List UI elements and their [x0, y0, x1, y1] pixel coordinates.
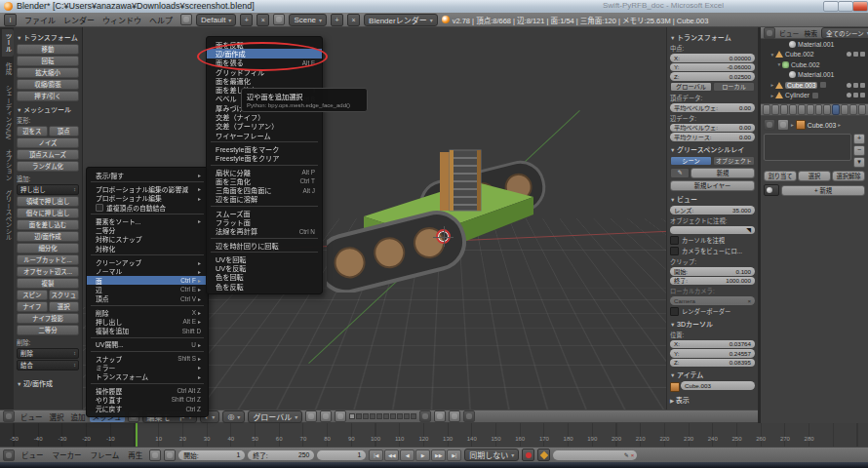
select-button[interactable]: 選択 — [798, 171, 831, 181]
tool-button[interactable]: 移動 — [17, 44, 79, 55]
gpencil-scene-toggle[interactable]: シーン — [670, 156, 712, 167]
cursor-panel-header[interactable]: 3Dカーソル — [670, 319, 755, 329]
tool-button[interactable]: ランダム化 — [17, 161, 79, 172]
outliner-item-label[interactable]: Cube.002 — [785, 51, 813, 58]
slot-specials-icon[interactable]: ▾ — [853, 157, 865, 168]
keying-set-icon[interactable] — [537, 448, 550, 461]
value-field[interactable]: 平均ベベルウェ:0.00 — [670, 124, 755, 133]
tool-button[interactable]: 回転 — [17, 56, 79, 66]
layer-toggle[interactable] — [411, 413, 416, 419]
tab-object-icon[interactable] — [798, 104, 806, 115]
menu-item[interactable]: スナップShift S▸ — [87, 354, 208, 363]
value-field[interactable]: Y:-0.06000 — [670, 63, 755, 72]
playback-button[interactable]: ▶| — [447, 449, 461, 461]
menu-item[interactable]: ミラー▸ — [87, 363, 208, 371]
value-field[interactable]: 平均ベベルウェ:0.00 — [670, 103, 755, 112]
tool-button[interactable]: 頂点スムーズ — [17, 149, 79, 160]
manipulator-translate-icon[interactable] — [305, 410, 317, 422]
close-button[interactable] — [852, 1, 868, 12]
select-icon[interactable] — [853, 52, 858, 57]
extrude-menu[interactable]: 押し出し — [17, 184, 79, 195]
toolshelf-tab[interactable]: グリースペンシル — [2, 186, 14, 245]
snap-magnet-icon[interactable] — [419, 410, 431, 422]
menu-item[interactable]: 対称化 — [87, 244, 208, 253]
menu-フレーム[interactable]: フレーム — [87, 449, 124, 460]
menu-item[interactable]: 要素をソート...▸ — [87, 216, 208, 225]
menu-item[interactable]: Freestyle面をマーク — [207, 144, 322, 153]
value-field[interactable]: X:0.00000 — [670, 54, 755, 62]
value-field[interactable]: Z:0.08395 — [670, 359, 755, 368]
tab-constraints-icon[interactable] — [807, 104, 814, 115]
tool-button[interactable]: ナイフ投影 — [17, 313, 79, 324]
lock-camera-row[interactable]: カメラをビューにロ... — [670, 247, 755, 255]
tool-button[interactable]: ループカットと... — [17, 254, 79, 265]
frame-lock-icon[interactable] — [164, 449, 176, 461]
pin-icon[interactable] — [764, 119, 775, 131]
record-icon[interactable] — [522, 448, 534, 461]
outliner-row[interactable]: ▾Cube.002 — [761, 50, 868, 60]
display-panel-header[interactable]: 表示 — [670, 395, 755, 405]
menu-item[interactable]: UVを反転 — [207, 264, 322, 273]
pivot-select[interactable]: ◎ — [222, 410, 245, 423]
tab-texture-icon[interactable] — [841, 104, 848, 115]
eye-icon[interactable] — [847, 93, 851, 98]
checkbox-icon[interactable] — [670, 236, 679, 245]
value-field[interactable]: 開始:0.100 — [670, 267, 755, 276]
menu-item[interactable]: フラット面 — [207, 217, 322, 226]
menu-item[interactable]: 辺を面に溶解 — [207, 195, 322, 204]
tab-world-icon[interactable] — [789, 104, 797, 115]
timeline-region[interactable]: -50-40-30-20-101020304050607080901001101… — [0, 423, 868, 447]
manipulator-scale-icon[interactable] — [335, 410, 346, 422]
minimize-button[interactable] — [823, 1, 839, 12]
toolshelf-tab[interactable]: ツール — [2, 29, 14, 57]
render-icon[interactable] — [860, 83, 865, 88]
checkbox-icon[interactable] — [96, 204, 103, 212]
proportional-edit-icon[interactable] — [449, 410, 460, 422]
scene-select[interactable]: Scene — [289, 14, 327, 26]
menu-ビュー[interactable]: ビュー — [18, 411, 46, 422]
tool-menu[interactable]: 削除 — [17, 348, 79, 359]
deselect-button[interactable]: 選択解除 — [832, 171, 865, 181]
layer-toggle[interactable] — [397, 413, 403, 419]
outliner-item-label[interactable]: Cube.002 — [791, 61, 819, 68]
tool-button[interactable]: 細分化 — [17, 243, 79, 254]
edit-icon[interactable]: ✎ — [624, 451, 629, 458]
render-icon[interactable] — [860, 52, 865, 57]
menu-item[interactable]: 表示/隠す▸ — [87, 171, 208, 179]
menu-item[interactable]: 三角面を四角面にAlt J — [207, 185, 322, 194]
view-panel-header[interactable]: ビュー — [670, 194, 755, 204]
menu-item[interactable]: ワイヤーフレーム — [207, 131, 322, 139]
playback-button[interactable]: ◀ — [400, 449, 414, 461]
tool-button[interactable]: 複製 — [17, 278, 79, 289]
eye-icon[interactable] — [847, 52, 851, 57]
toolshelf-tab[interactable]: 作成 — [2, 58, 14, 79]
tool-button[interactable]: 収縮/膨張 — [17, 79, 79, 90]
menu-ファイル[interactable]: ファイル — [20, 15, 59, 25]
menu-item[interactable]: スムーズ面 — [207, 209, 322, 217]
gpencil-object-toggle[interactable]: オブジェクト — [713, 156, 755, 167]
menu-item[interactable]: 面Ctrl F▸ — [87, 276, 208, 285]
outliner-filter-select[interactable]: 全てのシーン — [821, 27, 868, 39]
draw-mode-icon[interactable]: ✎ — [670, 168, 690, 178]
outliner-row[interactable]: Material.001 — [761, 39, 868, 50]
render-border-row[interactable]: レンダーボーダー — [670, 307, 755, 316]
menu-item[interactable]: 元に戻すCtrl Z — [87, 405, 208, 413]
tool-button[interactable]: ノイズ — [17, 137, 79, 148]
menu-item[interactable]: プロポーショナル編集の影響減衰タイプ▸ — [87, 184, 208, 193]
menu-マーカー[interactable]: マーカー — [49, 449, 86, 460]
toolshelf-tab[interactable]: オプション — [2, 145, 14, 185]
menu-item[interactable]: トランスフォーム▸ — [87, 372, 208, 381]
add-layout-icon[interactable]: + — [240, 14, 253, 26]
layer-toggle[interactable] — [376, 413, 382, 419]
editor-type-outliner-icon[interactable] — [764, 27, 775, 39]
tank-model[interactable] — [327, 146, 561, 292]
tool-button[interactable]: オフセット辺ス... — [17, 266, 79, 277]
checkbox-icon[interactable] — [670, 247, 679, 255]
windows-taskbar[interactable] — [0, 462, 868, 468]
item-name-field[interactable]: Cube.003 — [681, 381, 755, 390]
menu-選択[interactable]: 選択 — [47, 411, 67, 422]
menu-item[interactable]: 扇状に分離Alt P — [207, 168, 322, 176]
menu-item[interactable]: UVを回転 — [207, 254, 322, 263]
new-material-button[interactable]: + 新規 — [781, 185, 865, 196]
value-field[interactable]: Z:0.02500 — [670, 72, 755, 81]
